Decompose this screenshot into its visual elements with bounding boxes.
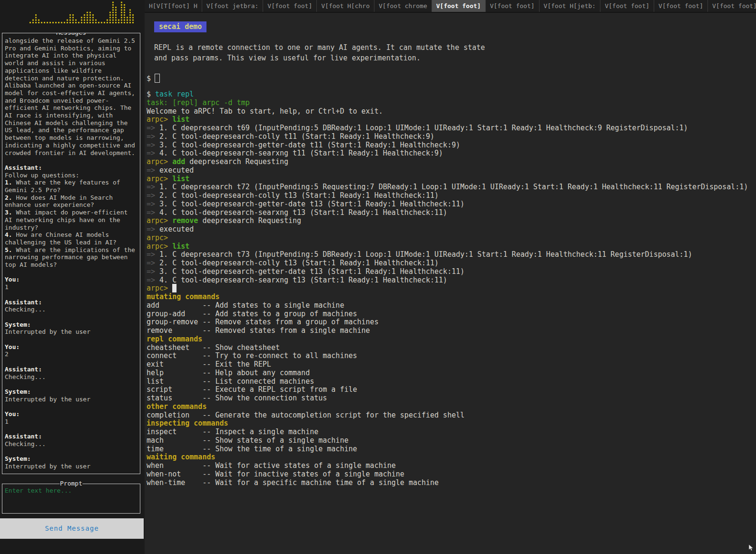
message-line: efficient AI networking chips. The [5,104,138,112]
message-line: 2 [5,350,138,358]
message-line: 5. What are the implications of the [5,246,138,254]
tab-3[interactable]: V[foot foot] [263,0,317,12]
terminal-line: => 4. C tool-deepresearch-searxng t13 (S… [147,276,756,285]
message-block: Assistant:Checking... [5,433,138,447]
terminal-line: => 2. C tool-deepresearch-colly t11 (Sta… [147,133,756,141]
message-line: model for cost-effective AI agents, [5,89,138,97]
message-line: 1. What are the key features of [5,179,138,186]
terminal-line: inspect -- Inspect a single machine [147,428,756,437]
demo-badge: secai demo [154,21,206,32]
messages-panel[interactable]: Messages alongside the release of Gemini… [2,33,140,474]
terminal[interactable]: secai demo REPL is a remote connection t… [145,13,756,554]
skyline-dots-logo [29,1,137,25]
terminal-line: => 1. C deepresearch t72 (InputPending:5… [147,183,756,192]
tab-11[interactable]: V[foot foot] [708,0,756,12]
message-line: and Broadcom unveiled power- [5,97,138,105]
message-role-label: System: [5,321,138,329]
tab-2[interactable]: V[foot jetbra: [202,0,264,12]
tab-9[interactable]: V[foot foot] [600,0,654,12]
app-window: Messages alongside the release of Gemini… [0,0,756,554]
message-line: Pro and Gemini Robotics, aiming to [5,45,138,52]
message-line: applications like wildfire [5,67,138,75]
send-message-button[interactable]: Send Message [0,518,144,539]
message-line: 1 [5,283,138,291]
tab-7[interactable]: V[foot foot] [486,0,540,12]
tab-6[interactable]: V[foot foot] [432,0,486,12]
terminal-line: => 2. C tool-deepresearch-colly t13 (Sta… [147,192,756,200]
message-block: System:Interrupted by the user [5,321,138,336]
message-line: indicating a highly competitive and [5,142,138,149]
terminal-line: => 1. C deepresearch t69 (InputPending:5… [147,124,756,133]
terminal-line: $ task repl [147,90,756,99]
terminal-line: mutating commands [147,293,756,301]
terminal-line: arpc> list [147,116,756,124]
message-block: You:2 [5,343,138,358]
terminal-line: task: [repl] arpc -d tmp [147,99,756,107]
message-role-label: System: [5,455,138,463]
terminal-line: waiting commands [147,453,756,462]
terminal-line: arpc> remove deepresearch Requesting [147,217,756,225]
terminal-line: connect -- Try to re-connect to all mach… [147,352,756,360]
terminal-line: completion -- Generate the autocompletio… [147,411,756,420]
message-line: Checking... [5,306,138,313]
message-line: Interrupted by the user [5,328,138,336]
terminal-line: => 4. C tool-deepresearch-searxng t13 (S… [147,209,756,217]
terminal-line: exit -- Exit the REPL [147,360,756,369]
message-line: alongside the release of Gemini 2.5 [5,37,138,45]
terminal-line: status -- Show the connection status [147,394,756,403]
terminal-line: => 3. C tool-deepresearch-getter-date t1… [147,141,756,150]
prompt-panel: Prompt Enter text here... [2,484,140,514]
terminal-line: inspecting commands [147,419,756,428]
message-line: Interrupted by the user [5,463,138,470]
terminal-log: $ task repltask: [repl] arpc -d tmpWelco… [147,90,756,487]
message-line: crowded frontier in AI development. [5,149,138,157]
terminal-line: time -- Show the time of a single machin… [147,445,756,454]
message-block: You:1 [5,410,138,425]
terminal-line: list -- List connected machines [147,378,756,386]
message-line: AI networking chips have on the [5,216,138,224]
message-line: AI race is intensifying, with [5,112,138,119]
chat-sidebar: Messages alongside the release of Gemini… [0,0,145,554]
message-role-label: You: [5,410,138,418]
hollow-cursor [155,74,160,83]
terminal-line: arpc> list [147,175,756,184]
terminal-line: arpc> list [147,243,756,251]
tab-1[interactable]: H[V[T[foot] H [145,0,202,12]
tab-4[interactable]: V[foot H[chro [317,0,374,12]
terminal-line: group-add -- Add states to a group of ma… [147,310,756,319]
prompt-input[interactable]: Enter text here... [5,487,138,495]
message-block: Assistant:Follow up questions:1. What ar… [5,164,138,269]
prompt-panel-title: Prompt [59,480,83,487]
shell-prompt-line: $ [147,74,756,84]
message-line: Checking... [5,440,138,448]
message-line: 1 [5,418,138,426]
terminal-line: when-not -- Wait for inactive states of … [147,470,756,479]
tab-10[interactable]: V[foot foot] [654,0,708,12]
message-line: US lead, and the performance gap [5,126,138,134]
terminal-line: arpc> add deepresearch Requesting [147,158,756,166]
tab-5[interactable]: V[foot chrome [374,0,432,12]
message-line: Checking... [5,373,138,381]
message-block: You:1 [5,276,138,291]
message-line: 2. How does AI Mode in Search [5,194,138,202]
terminal-line: arpc> [147,234,756,243]
tab-bar: H[V[T[foot] HV[foot jetbra:V[foot foot]V… [145,0,756,13]
message-block: Assistant:Checking... [5,299,138,313]
terminal-line: group-remove -- Remove states from a gro… [147,318,756,327]
message-line: Interrupted by the user [5,396,138,403]
terminal-line: => 3. C tool-deepresearch-getter-date t1… [147,268,756,276]
shell-prompt: $ [147,74,151,83]
message-line: 4. How are Chinese AI models [5,231,138,239]
repl-description: REPL is a remote connection to one or ma… [154,42,756,63]
terminal-line: => 2. C tool-deepresearch-colly t13 (Sta… [147,259,756,268]
tab-8[interactable]: V[foot H[jetb: [540,0,601,12]
messages-panel-title: Messages [56,33,87,36]
message-line: industry? [5,224,138,232]
message-line: challenging the US lead in AI? [5,239,138,246]
message-line: Alibaba launched an open-source AI [5,82,138,89]
message-line: detection and nature protection. [5,75,138,82]
message-line: Follow up questions: [5,172,138,179]
terminal-line: add -- Add states to a single machine [147,301,756,310]
message-role-label: Assistant: [5,299,138,306]
terminal-line: when-time -- Wait for a specific machine… [147,479,756,487]
